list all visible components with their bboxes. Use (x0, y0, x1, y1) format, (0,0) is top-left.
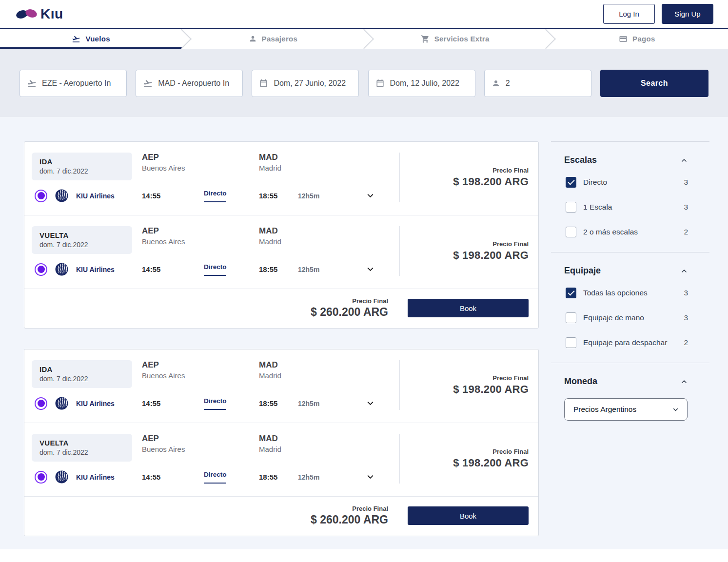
tab-label: Servicios Extra (434, 35, 490, 43)
checkbox[interactable] (566, 227, 576, 237)
return-date-input[interactable]: Dom, 12 Julio, 2022 (368, 70, 475, 97)
duration: 12h5m (298, 473, 341, 481)
checkbox[interactable] (566, 288, 576, 298)
card-footer: Precio Final $ 260.200 ARG Book (24, 289, 538, 328)
tab-vuelos[interactable]: Vuelos (0, 29, 182, 49)
filter-option-2-o-mas[interactable]: 2 o más escalas 2 (551, 227, 709, 237)
filter-option-equipaje-despachar[interactable]: Equipaje para despachar 2 (551, 337, 709, 348)
direction-chip: VUELTA dom. 7 dic.2022 (32, 434, 132, 462)
kiu-airlines-logo (55, 470, 68, 484)
flight-select-radio[interactable] (35, 471, 47, 484)
flight-select-radio[interactable] (35, 263, 47, 276)
total-price-value: $ 260.200 ARG (311, 513, 388, 526)
calendar-icon (375, 79, 385, 88)
kiu-airlines-logo (55, 263, 68, 276)
filter-option-equipaje-mano[interactable]: Equipaje de mano 3 (551, 312, 709, 323)
expand-chevron-icon[interactable] (364, 470, 377, 484)
filter-option-todas[interactable]: Todas las opciones 3 (551, 288, 709, 298)
login-button[interactable]: Log In (603, 4, 655, 24)
passengers-input[interactable]: 2 (484, 70, 591, 97)
arrival-time: 18:55 (252, 192, 298, 200)
checkbox[interactable] (566, 337, 576, 348)
direction-chip: IDA dom. 7 dic.2022 (32, 360, 132, 388)
tab-servicios-extra[interactable]: Servicios Extra (364, 29, 546, 49)
segment-date: dom. 7 dic.2022 (39, 448, 124, 456)
filter-section-equipaje: Equipaje Todas las opciones 3 Equipaje d… (551, 252, 709, 363)
flight-select-radio[interactable] (35, 190, 47, 202)
total-price-label: Precio Final (311, 505, 388, 512)
passengers-value: 2 (506, 79, 510, 88)
destination-input[interactable]: MAD - Aeropuerto In (136, 70, 243, 97)
filters-sidebar: Escalas Directo 3 1 Escala 3 2 o más esc… (551, 141, 709, 435)
direction-chip: IDA dom. 7 dic.2022 (32, 153, 132, 180)
airline-name: KIU Airlines (76, 192, 115, 200)
checkbox[interactable] (566, 202, 576, 213)
tab-pasajeros[interactable]: Pasajeros (182, 29, 364, 49)
departure-time: 14:55 (142, 473, 197, 481)
checkbox[interactable] (566, 312, 576, 323)
chevron-down-icon (672, 406, 679, 413)
filter-option-directo[interactable]: Directo 3 (551, 177, 709, 188)
price-label: Precio Final (492, 240, 529, 248)
progress-tabbar: Vuelos Pasajeros Servicios Extra Pagos (0, 28, 728, 49)
expand-chevron-icon[interactable] (364, 263, 377, 276)
price-value: $ 198.200 ARG (453, 383, 529, 396)
direction-label: VUELTA (39, 439, 124, 447)
stops-link[interactable]: Directo (204, 397, 227, 410)
flight-select-radio[interactable] (35, 397, 47, 410)
currency-select[interactable]: Precios Argentinos (564, 398, 688, 421)
expand-chevron-icon[interactable] (364, 189, 377, 202)
filter-section-moneda: Moneda Precios Argentinos (551, 363, 709, 435)
segment-price-block: Precio Final $ 198.200 ARG (399, 153, 538, 202)
option-count: 3 (684, 289, 688, 297)
person-icon (492, 79, 500, 88)
expand-chevron-icon[interactable] (364, 397, 377, 410)
duration: 12h5m (298, 400, 341, 407)
segment-vuelta: VUELTA dom. 7 dic.2022 AEP Buenos Aires … (24, 215, 538, 289)
section-title: Escalas (564, 155, 597, 165)
option-count: 3 (684, 203, 688, 212)
direction-label: VUELTA (39, 231, 124, 239)
duration: 12h5m (298, 266, 341, 273)
cart-icon (421, 35, 430, 43)
section-title: Moneda (564, 376, 597, 387)
arrival-airport: MAD Madrid (252, 360, 298, 380)
checkbox[interactable] (566, 177, 576, 188)
flight-card: IDA dom. 7 dic.2022 AEP Buenos Aires MAD… (24, 141, 539, 329)
filter-section-escalas: Escalas Directo 3 1 Escala 3 2 o más esc… (551, 142, 709, 252)
filter-option-1-escala[interactable]: 1 Escala 3 (551, 202, 709, 213)
departure-time: 14:55 (142, 265, 197, 273)
origin-input[interactable]: EZE - Aeropuerto In (20, 70, 127, 97)
flight-search-bar: EZE - Aeropuerto In MAD - Aeropuerto In … (0, 49, 728, 117)
calendar-icon (259, 79, 268, 88)
departure-airport: AEP Buenos Aires (142, 434, 197, 453)
option-count: 3 (684, 313, 688, 322)
stops-link[interactable]: Directo (204, 263, 227, 276)
segment-ida: IDA dom. 7 dic.2022 AEP Buenos Aires MAD… (24, 142, 538, 215)
arrival-airport: MAD Madrid (252, 434, 298, 453)
signup-button[interactable]: Sign Up (662, 4, 713, 24)
person-icon (249, 35, 257, 43)
tab-pagos[interactable]: Pagos (546, 29, 728, 49)
escalas-header[interactable]: Escalas (551, 155, 709, 165)
app-header: Kıu Log In Sign Up (0, 0, 728, 28)
book-button[interactable]: Book (408, 299, 529, 317)
price-value: $ 198.200 ARG (453, 249, 529, 262)
book-button[interactable]: Book (408, 506, 529, 525)
stops-link[interactable]: Directo (204, 190, 227, 202)
flight-card: IDA dom. 7 dic.2022 AEP Buenos Aires MAD… (24, 349, 539, 536)
credit-card-icon (619, 35, 628, 43)
stops-link[interactable]: Directo (204, 471, 227, 484)
segment-ida: IDA dom. 7 dic.2022 AEP Buenos Aires MAD… (24, 349, 538, 423)
airplane-icon (27, 78, 37, 88)
brand-logo: Kıu (16, 6, 63, 22)
duration: 12h5m (298, 192, 341, 200)
segment-price-block: Precio Final $ 198.200 ARG (399, 226, 538, 276)
search-button[interactable]: Search (600, 70, 708, 97)
depart-date-input[interactable]: Dom, 27 Junio, 2022 (252, 70, 359, 97)
price-label: Precio Final (492, 374, 529, 382)
moneda-header[interactable]: Moneda (551, 376, 709, 387)
direction-label: IDA (39, 157, 124, 166)
card-footer: Precio Final $ 260.200 ARG Book (24, 496, 538, 536)
equipaje-header[interactable]: Equipaje (551, 266, 709, 276)
